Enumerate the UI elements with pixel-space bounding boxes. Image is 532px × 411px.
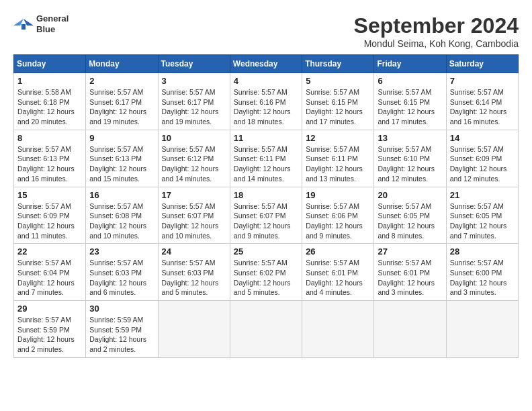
calendar-week-row: 8 Sunrise: 5:57 AM Sunset: 6:13 PM Dayli…	[14, 130, 519, 187]
day-number: 20	[378, 190, 442, 200]
calendar-table: Sunday Monday Tuesday Wednesday Thursday…	[13, 54, 519, 358]
day-info: Sunrise: 5:57 AM Sunset: 6:09 PM Dayligh…	[450, 144, 515, 184]
table-row: 21 Sunrise: 5:57 AM Sunset: 6:05 PM Dayl…	[446, 187, 518, 244]
day-info: Sunrise: 5:58 AM Sunset: 6:18 PM Dayligh…	[17, 87, 82, 127]
day-info: Sunrise: 5:57 AM Sunset: 6:01 PM Dayligh…	[378, 258, 442, 298]
table-row: 9 Sunrise: 5:57 AM Sunset: 6:13 PM Dayli…	[86, 130, 158, 187]
day-number: 23	[89, 246, 154, 257]
day-info: Sunrise: 5:57 AM Sunset: 6:08 PM Dayligh…	[89, 201, 154, 241]
calendar-week-row: 15 Sunrise: 5:57 AM Sunset: 6:09 PM Dayl…	[14, 187, 519, 244]
day-info: Sunrise: 5:57 AM Sunset: 6:11 PM Dayligh…	[306, 144, 370, 184]
logo-bird-icon	[13, 16, 34, 32]
day-number: 29	[17, 304, 82, 314]
day-number: 22	[17, 246, 82, 257]
calendar-week-row: 29 Sunrise: 5:57 AM Sunset: 5:59 PM Dayl…	[14, 301, 519, 358]
day-number: 26	[306, 246, 370, 257]
header-friday: Friday	[374, 55, 446, 73]
day-info: Sunrise: 5:57 AM Sunset: 6:17 PM Dayligh…	[89, 87, 154, 127]
table-row: 2 Sunrise: 5:57 AM Sunset: 6:17 PM Dayli…	[86, 73, 158, 130]
table-row: 25 Sunrise: 5:57 AM Sunset: 6:02 PM Dayl…	[230, 244, 302, 301]
day-number: 27	[378, 246, 442, 257]
day-info: Sunrise: 5:57 AM Sunset: 5:59 PM Dayligh…	[17, 315, 82, 355]
day-number: 4	[234, 76, 298, 86]
table-row: 27 Sunrise: 5:57 AM Sunset: 6:01 PM Dayl…	[374, 244, 446, 301]
table-row: 28 Sunrise: 5:57 AM Sunset: 6:00 PM Dayl…	[446, 244, 518, 301]
table-row: 26 Sunrise: 5:57 AM Sunset: 6:01 PM Dayl…	[302, 244, 374, 301]
table-row: 10 Sunrise: 5:57 AM Sunset: 6:12 PM Dayl…	[158, 130, 230, 187]
table-row	[374, 301, 446, 358]
day-info: Sunrise: 5:57 AM Sunset: 6:05 PM Dayligh…	[378, 201, 442, 241]
title-block: September 2024 Mondul Seima, Koh Kong, C…	[354, 13, 519, 49]
day-number: 17	[162, 190, 226, 200]
day-number: 14	[450, 133, 515, 143]
calendar-week-row: 22 Sunrise: 5:57 AM Sunset: 6:04 PM Dayl…	[14, 244, 519, 301]
day-info: Sunrise: 5:57 AM Sunset: 6:06 PM Dayligh…	[306, 201, 370, 241]
day-number: 1	[17, 76, 82, 86]
table-row: 24 Sunrise: 5:57 AM Sunset: 6:03 PM Dayl…	[158, 244, 230, 301]
header-saturday: Saturday	[446, 55, 518, 73]
table-row: 19 Sunrise: 5:57 AM Sunset: 6:06 PM Dayl…	[302, 187, 374, 244]
day-number: 2	[89, 76, 154, 86]
table-row	[230, 301, 302, 358]
day-number: 28	[450, 246, 515, 257]
day-number: 9	[89, 133, 154, 143]
day-number: 18	[234, 190, 298, 200]
day-number: 5	[306, 76, 370, 86]
table-row: 20 Sunrise: 5:57 AM Sunset: 6:05 PM Dayl…	[374, 187, 446, 244]
day-number: 10	[162, 133, 226, 143]
table-row: 4 Sunrise: 5:57 AM Sunset: 6:16 PM Dayli…	[230, 73, 302, 130]
header-thursday: Thursday	[302, 55, 374, 73]
day-number: 6	[378, 76, 442, 86]
day-number: 21	[450, 190, 515, 200]
table-row	[446, 301, 518, 358]
table-row: 6 Sunrise: 5:57 AM Sunset: 6:15 PM Dayli…	[374, 73, 446, 130]
table-row: 8 Sunrise: 5:57 AM Sunset: 6:13 PM Dayli…	[14, 130, 86, 187]
table-row: 7 Sunrise: 5:57 AM Sunset: 6:14 PM Dayli…	[446, 73, 518, 130]
day-info: Sunrise: 5:57 AM Sunset: 6:14 PM Dayligh…	[450, 87, 515, 127]
day-info: Sunrise: 5:57 AM Sunset: 6:03 PM Dayligh…	[89, 258, 154, 298]
month-title: September 2024	[354, 13, 519, 38]
table-row: 16 Sunrise: 5:57 AM Sunset: 6:08 PM Dayl…	[86, 187, 158, 244]
table-row	[158, 301, 230, 358]
day-number: 19	[306, 190, 370, 200]
table-row: 14 Sunrise: 5:57 AM Sunset: 6:09 PM Dayl…	[446, 130, 518, 187]
day-number: 15	[17, 190, 82, 200]
day-number: 16	[89, 190, 154, 200]
day-info: Sunrise: 5:57 AM Sunset: 6:03 PM Dayligh…	[162, 258, 226, 298]
day-info: Sunrise: 5:57 AM Sunset: 6:10 PM Dayligh…	[378, 144, 442, 184]
day-info: Sunrise: 5:57 AM Sunset: 6:11 PM Dayligh…	[234, 144, 298, 184]
table-row: 12 Sunrise: 5:57 AM Sunset: 6:11 PM Dayl…	[302, 130, 374, 187]
table-row: 11 Sunrise: 5:57 AM Sunset: 6:11 PM Dayl…	[230, 130, 302, 187]
day-info: Sunrise: 5:57 AM Sunset: 6:07 PM Dayligh…	[162, 201, 226, 241]
day-number: 25	[234, 246, 298, 257]
day-info: Sunrise: 5:57 AM Sunset: 6:15 PM Dayligh…	[378, 87, 442, 127]
table-row: 15 Sunrise: 5:57 AM Sunset: 6:09 PM Dayl…	[14, 187, 86, 244]
header-wednesday: Wednesday	[230, 55, 302, 73]
day-number: 11	[234, 133, 298, 143]
day-number: 12	[306, 133, 370, 143]
day-info: Sunrise: 5:57 AM Sunset: 6:00 PM Dayligh…	[450, 258, 515, 298]
header-monday: Monday	[86, 55, 158, 73]
day-info: Sunrise: 5:57 AM Sunset: 6:02 PM Dayligh…	[234, 258, 298, 298]
table-row: 13 Sunrise: 5:57 AM Sunset: 6:10 PM Dayl…	[374, 130, 446, 187]
calendar-week-row: 1 Sunrise: 5:58 AM Sunset: 6:18 PM Dayli…	[14, 73, 519, 130]
table-row: 17 Sunrise: 5:57 AM Sunset: 6:07 PM Dayl…	[158, 187, 230, 244]
day-info: Sunrise: 5:57 AM Sunset: 6:09 PM Dayligh…	[17, 201, 82, 241]
table-row: 22 Sunrise: 5:57 AM Sunset: 6:04 PM Dayl…	[14, 244, 86, 301]
day-number: 30	[89, 304, 154, 314]
svg-rect-2	[21, 24, 26, 30]
weekday-header-row: Sunday Monday Tuesday Wednesday Thursday…	[14, 55, 519, 73]
day-info: Sunrise: 5:57 AM Sunset: 6:13 PM Dayligh…	[17, 144, 82, 184]
table-row: 3 Sunrise: 5:57 AM Sunset: 6:17 PM Dayli…	[158, 73, 230, 130]
day-info: Sunrise: 5:57 AM Sunset: 6:07 PM Dayligh…	[234, 201, 298, 241]
day-info: Sunrise: 5:57 AM Sunset: 6:17 PM Dayligh…	[162, 87, 226, 127]
day-info: Sunrise: 5:57 AM Sunset: 6:12 PM Dayligh…	[162, 144, 226, 184]
table-row: 23 Sunrise: 5:57 AM Sunset: 6:03 PM Dayl…	[86, 244, 158, 301]
logo: General Blue	[13, 13, 69, 34]
day-info: Sunrise: 5:57 AM Sunset: 6:15 PM Dayligh…	[306, 87, 370, 127]
day-number: 24	[162, 246, 226, 257]
table-row: 18 Sunrise: 5:57 AM Sunset: 6:07 PM Dayl…	[230, 187, 302, 244]
day-number: 3	[162, 76, 226, 86]
day-number: 7	[450, 76, 515, 86]
header-tuesday: Tuesday	[158, 55, 230, 73]
